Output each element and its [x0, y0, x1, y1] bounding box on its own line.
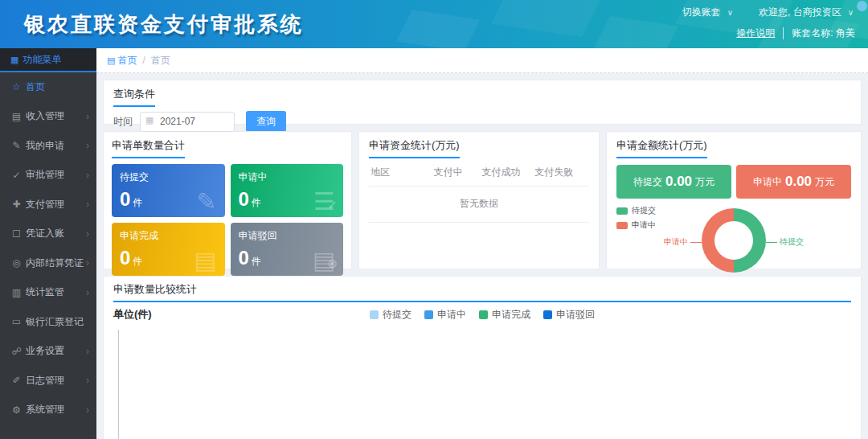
funds-statistics-title: 申请资金统计(万元) — [369, 138, 460, 158]
donut-chart-area: 待提交 申请中 申请中 待提交 — [616, 202, 851, 279]
sidebar-item-home[interactable]: ☆ 首页 — [0, 72, 96, 102]
content: 查询条件 时间 ▦ 查询 申请单数量合计 — [96, 73, 868, 439]
sidebar-item-internal-settlement[interactable]: ◎ 内部结算凭证 › — [0, 248, 96, 278]
header-decoration — [396, 10, 481, 48]
legend-swatch — [616, 207, 628, 215]
welcome-text: 欢迎您, 台商投资区 — [759, 6, 841, 19]
sidebar-item-label: 支付管理 — [26, 198, 64, 211]
cross-overlay-icon: ⊗ — [327, 256, 338, 271]
card-rejected[interactable]: 申请驳回 0件 ▤ ⊗ — [231, 223, 344, 276]
chevron-right-icon: › — [86, 287, 89, 298]
card-value: 0 — [239, 247, 249, 269]
link-icon: ☍ — [10, 346, 23, 357]
card-label: 申请完成 — [120, 229, 217, 243]
legend-swatch — [424, 310, 433, 319]
app-header: 银农直联资金支付审批系统 切换账套 ∨ 欢迎您, 台商投资区 ∨ 操作说明 账套… — [0, 0, 868, 48]
card-in-progress[interactable]: 申请中 0件 ☰ ✓ — [231, 164, 344, 217]
menu-grid-icon: ▦ — [10, 55, 18, 65]
chevron-right-icon: › — [86, 228, 89, 240]
amount-label: 申请中 — [753, 175, 782, 189]
column-header: 地区 — [369, 166, 422, 179]
corner-dot — [857, 1, 867, 11]
card-unit: 件 — [252, 256, 261, 267]
target-icon: ◎ — [10, 257, 23, 269]
in-progress-amount-button[interactable]: 申请中 0.00 万元 — [736, 165, 851, 199]
sidebar-item-payment[interactable]: ✚ 支付管理 › — [0, 190, 96, 220]
bag-icon: ☐ — [10, 228, 23, 240]
sidebar-item-my-applications[interactable]: ✎ 我的申请 › — [0, 131, 96, 161]
sidebar-item-bank-draft[interactable]: ▭ 银行汇票登记 — [0, 307, 96, 337]
card-unit: 件 — [133, 197, 142, 208]
breadcrumb-current: 首页 — [151, 54, 170, 68]
switch-account-link[interactable]: 切换账套 — [682, 6, 721, 19]
donut-callout-left: 申请中 — [664, 236, 702, 248]
comparison-chart-title: 申请数量比较统计 — [113, 282, 851, 302]
operation-guide-link[interactable]: 操作说明 — [736, 27, 775, 40]
legend-item-completed[interactable]: 申请完成 — [479, 308, 530, 322]
income-doc-icon: ▤ — [10, 111, 23, 122]
search-button[interactable]: 查询 — [246, 111, 286, 132]
comparison-chart-panel: 申请数量比较统计 单位(件) 待提交 申请中 申请完成 申请驳回 — [103, 276, 862, 439]
legend-item-in-progress[interactable]: 申请中 — [424, 308, 466, 322]
legend-label: 待提交 — [383, 308, 411, 322]
sidebar-item-label: 业务设置 — [26, 344, 64, 358]
sidebar-item-statistics[interactable]: ▥ 统计监管 › — [0, 278, 96, 308]
funds-statistics-panel: 申请资金统计(万元) 地区 支付中 支付成功 支付失败 暂无数据 — [358, 131, 600, 269]
card-label: 申请驳回 — [239, 229, 336, 243]
home-star-icon: ☆ — [10, 81, 23, 92]
app-title: 银农直联资金支付审批系统 — [24, 10, 304, 39]
check-overlay-icon: ✓ — [327, 198, 338, 212]
card-icon: ▭ — [10, 316, 23, 327]
sidebar-item-label: 银行汇票登记 — [26, 315, 84, 329]
legend-label: 待提交 — [632, 205, 656, 216]
sidebar-item-approval[interactable]: ✓ 审批管理 › — [0, 161, 96, 191]
card-label: 申请中 — [239, 170, 336, 184]
chevron-right-icon: › — [86, 257, 89, 269]
column-header: 支付成功 — [475, 166, 528, 179]
date-input[interactable] — [140, 112, 235, 132]
account-name-text: 账套名称: 角美 — [792, 27, 855, 40]
sidebar-item-label: 首页 — [26, 80, 45, 94]
pending-amount-button[interactable]: 待提交 0.00 万元 — [616, 165, 731, 199]
legend-item-pending[interactable]: 待提交 — [370, 308, 411, 322]
doc-icon: ▤ — [194, 248, 216, 273]
callout-line — [690, 242, 702, 243]
date-picker[interactable]: ▦ — [140, 112, 235, 132]
chevron-down-icon[interactable]: ∨ — [848, 8, 854, 17]
donut-chart[interactable] — [702, 208, 766, 273]
card-label: 待提交 — [120, 170, 217, 184]
legend-item-rejected[interactable]: 申请驳回 — [543, 308, 595, 322]
check-icon: ✓ — [10, 170, 23, 181]
sidebar-item-log[interactable]: ✐ 日志管理 › — [0, 366, 96, 396]
callout-line — [766, 242, 777, 243]
sidebar-item-income[interactable]: ▤ 收入管理 › — [0, 102, 96, 132]
header-user-area: 切换账套 ∨ 欢迎您, 台商投资区 ∨ 操作说明 账套名称: 角美 — [682, 6, 855, 40]
legend-swatch — [616, 222, 628, 229]
query-panel-title: 查询条件 — [113, 87, 155, 107]
column-header: 支付中 — [422, 166, 475, 179]
edit-doc-icon: ✎ — [196, 190, 216, 214]
sidebar-item-label: 我的申请 — [26, 139, 64, 153]
edit-icon: ✐ — [10, 375, 23, 386]
sidebar-item-label: 系统管理 — [26, 403, 64, 416]
callout-label: 待提交 — [780, 236, 804, 248]
chevron-right-icon: › — [86, 170, 89, 181]
chevron-right-icon: › — [86, 346, 89, 357]
chevron-right-icon: › — [86, 140, 89, 151]
breadcrumb-home-link[interactable]: 首页 — [117, 54, 137, 68]
chevron-down-icon[interactable]: ∨ — [727, 8, 733, 17]
sidebar-menu-header: ▦ 功能菜单 — [0, 48, 96, 72]
card-value: 0 — [120, 247, 130, 269]
card-value: 0 — [120, 188, 130, 210]
card-completed[interactable]: 申请完成 0件 ▤ — [112, 223, 225, 276]
plus-icon: ✚ — [10, 199, 23, 210]
card-pending-submit[interactable]: 待提交 0件 ✎ — [112, 164, 225, 217]
sidebar-item-voucher-entry[interactable]: ☐ 凭证入账 › — [0, 220, 96, 249]
divider — [783, 27, 784, 39]
breadcrumb: ▤ 首页 / 首页 — [96, 48, 868, 73]
sidebar-item-business-settings[interactable]: ☍ 业务设置 › — [0, 337, 96, 367]
sidebar-item-system[interactable]: ⚙ 系统管理 › — [0, 396, 96, 425]
header-decoration — [592, 16, 678, 48]
sidebar-item-label: 审批管理 — [26, 168, 64, 182]
amount-value: 0.00 — [785, 174, 812, 190]
